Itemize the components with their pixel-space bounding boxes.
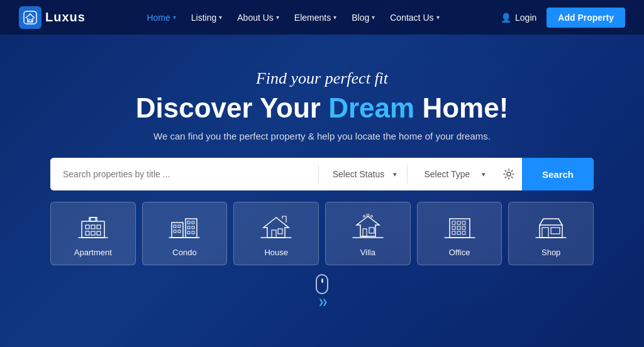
login-button[interactable]: 👤 Login: [501, 13, 536, 23]
logo-icon: [19, 6, 42, 29]
shop-label: Shop: [541, 248, 560, 257]
apartment-label: Apartment: [74, 248, 112, 257]
svg-rect-16: [187, 221, 190, 224]
scroll-mouse-icon: [316, 274, 328, 294]
nav-blog[interactable]: Blog ▾: [352, 13, 375, 23]
scroll-down-arrows: ❯❯: [318, 298, 326, 306]
condo-icon: [168, 214, 201, 241]
property-type-shop[interactable]: Shop: [508, 202, 594, 265]
chevron-down-icon: ▾: [333, 14, 336, 21]
svg-rect-15: [178, 230, 180, 233]
navbar: Luxus Home ▾ Listing ▾ About Us ▾ Elemen…: [0, 0, 644, 35]
svg-rect-40: [542, 228, 548, 238]
nav-contact[interactable]: Contact Us ▾: [390, 13, 439, 23]
property-type-condo[interactable]: Condo: [142, 202, 228, 265]
property-type-office[interactable]: Office: [417, 202, 502, 265]
headline-part1: Discover Your: [136, 92, 329, 123]
shop-icon: [535, 214, 567, 241]
status-label: Select Status: [329, 169, 388, 179]
property-type-house[interactable]: House: [233, 202, 319, 265]
svg-rect-33: [452, 226, 455, 229]
nav-elements[interactable]: Elements ▾: [294, 13, 336, 23]
settings-button[interactable]: [496, 168, 522, 180]
search-input[interactable]: [50, 158, 318, 190]
chevron-down-icon: ▾: [393, 170, 397, 179]
search-bar: Select Status ▾ Select Type ▾ Search: [50, 158, 594, 190]
property-type-grid: Apartment: [50, 202, 594, 265]
svg-rect-5: [97, 225, 101, 229]
svg-rect-17: [192, 221, 194, 224]
office-icon: [443, 214, 476, 241]
chevron-down-icon: ▾: [219, 14, 222, 21]
scroll-indicator: ❯❯: [0, 274, 644, 306]
svg-rect-13: [178, 225, 180, 228]
office-label: Office: [449, 248, 470, 257]
svg-rect-4: [91, 225, 95, 229]
svg-rect-7: [91, 231, 95, 235]
svg-rect-8: [97, 231, 101, 235]
hero-tagline: Find your perfect fit: [0, 69, 644, 88]
svg-point-28: [370, 216, 372, 218]
svg-rect-41: [551, 228, 560, 234]
nav-about[interactable]: About Us ▾: [237, 13, 279, 23]
chevron-down-icon: ▾: [482, 170, 486, 179]
chevron-down-icon: ▾: [436, 14, 440, 21]
headline-highlight: Dream: [328, 92, 414, 123]
svg-rect-20: [187, 231, 190, 234]
nav-listing[interactable]: Listing ▾: [191, 13, 222, 23]
search-button[interactable]: Search: [522, 158, 594, 190]
property-type-apartment[interactable]: Apartment: [50, 202, 136, 265]
nav-actions: 👤 Login Add Property: [501, 8, 625, 28]
brand: Luxus: [19, 6, 86, 29]
svg-point-27: [363, 216, 365, 218]
svg-rect-25: [369, 228, 374, 233]
chevron-down-icon: ▾: [372, 14, 375, 21]
property-type-villa[interactable]: Villa: [325, 202, 411, 265]
nav-links: Home ▾ Listing ▾ About Us ▾ Elements ▾ B…: [147, 13, 439, 23]
house-label: House: [264, 248, 288, 257]
hero-section: Find your perfect fit Discover Your Drea…: [0, 35, 644, 306]
svg-rect-32: [462, 221, 465, 224]
svg-rect-30: [452, 221, 455, 224]
villa-label: Villa: [360, 248, 375, 257]
chevron-down-icon: ▾: [173, 14, 176, 21]
brand-name: Luxus: [45, 10, 86, 25]
svg-rect-12: [174, 225, 176, 228]
svg-rect-3: [86, 225, 89, 229]
nav-home[interactable]: Home ▾: [147, 13, 175, 23]
status-select[interactable]: Select Status ▾: [319, 158, 407, 190]
svg-rect-21: [192, 231, 194, 234]
type-label: Select Type: [418, 169, 477, 179]
headline-part2: Home!: [414, 92, 508, 123]
apartment-icon: [77, 214, 109, 241]
user-icon: 👤: [501, 13, 511, 23]
hero-headline: Discover Your Dream Home!: [0, 93, 644, 123]
villa-icon: [352, 214, 384, 241]
scroll-dot: [321, 278, 323, 283]
svg-rect-35: [462, 226, 465, 229]
hero-subtext: We can find you the perfect property & h…: [0, 131, 644, 141]
type-select[interactable]: Select Type ▾: [408, 158, 496, 190]
add-property-button[interactable]: Add Property: [547, 8, 625, 28]
svg-rect-36: [452, 231, 455, 234]
svg-rect-24: [363, 229, 367, 236]
svg-rect-23: [278, 229, 282, 234]
svg-rect-31: [457, 221, 460, 224]
svg-rect-18: [187, 226, 190, 229]
svg-rect-19: [192, 226, 194, 229]
house-icon: [260, 214, 292, 241]
svg-point-1: [507, 172, 511, 176]
svg-rect-22: [272, 230, 276, 238]
svg-rect-6: [86, 231, 89, 235]
svg-rect-14: [174, 230, 176, 233]
svg-rect-34: [457, 226, 460, 229]
svg-rect-37: [457, 231, 460, 234]
chevron-down-icon: ▾: [276, 14, 279, 21]
svg-rect-38: [462, 231, 465, 234]
condo-label: Condo: [172, 248, 196, 257]
svg-rect-9: [91, 218, 96, 221]
